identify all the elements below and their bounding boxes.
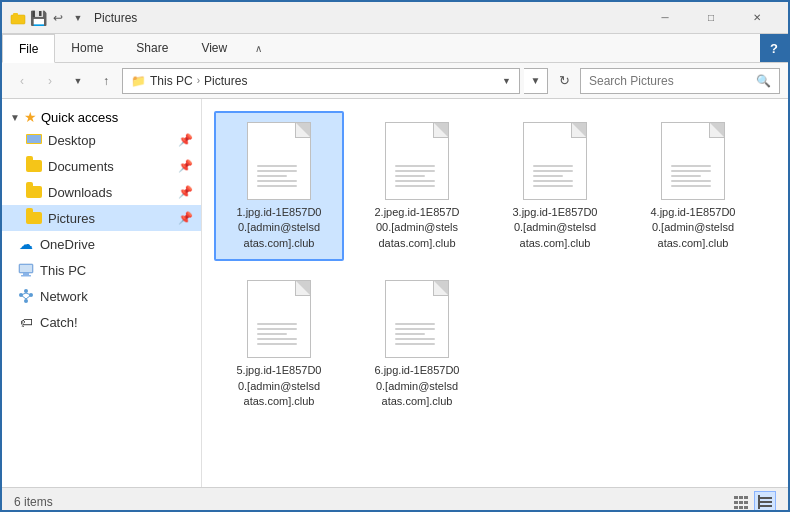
sidebar: ▼ ★ Quick access Desktop 📌 Documents 📌 [2,99,202,487]
sidebar-item-network[interactable]: Network [2,283,201,309]
svg-rect-2 [13,13,18,16]
file-page [661,122,725,200]
file-page [385,122,449,200]
dropdown-icon[interactable]: ▼ [70,10,86,26]
svg-rect-26 [758,497,772,499]
tab-view[interactable]: View [185,34,244,62]
file-item-6[interactable]: 6.jpg.id-1E857D0 0.[admin@stelsd atas.co… [352,269,482,419]
window-controls: ─ □ ✕ [642,2,780,34]
file-name-6: 6.jpg.id-1E857D0 0.[admin@stelsd atas.co… [374,363,459,409]
tab-file[interactable]: File [2,34,55,63]
sidebar-item-pictures[interactable]: Pictures 📌 [2,205,201,231]
svg-point-12 [24,289,28,293]
svg-point-9 [24,299,28,303]
ribbon-expand-button[interactable]: ∧ [244,34,272,62]
path-dropdown-arrow[interactable]: ▼ [502,76,511,86]
address-path[interactable]: 📁 This PC › Pictures ▼ [122,68,520,94]
up-button[interactable]: ↑ [94,69,118,93]
svg-rect-24 [739,506,743,509]
file-line [257,343,297,345]
search-icon: 🔍 [756,74,771,88]
file-line [395,185,435,187]
file-line [533,180,573,182]
file-item-1[interactable]: 1.jpg.id-1E857D0 0.[admin@stelsd atas.co… [214,111,344,261]
svg-line-15 [21,295,26,299]
file-icon-1 [243,121,315,201]
title-bar: 💾 ↩ ▼ Pictures ─ □ ✕ [2,2,788,34]
tab-share[interactable]: Share [120,34,185,62]
quick-access-header[interactable]: ▼ ★ Quick access [2,107,201,127]
documents-icon [26,158,42,174]
file-item-5[interactable]: 5.jpg.id-1E857D0 0.[admin@stelsd atas.co… [214,269,344,419]
file-line [395,180,435,182]
address-dropdown-button[interactable]: ▼ [524,68,548,94]
file-lines [395,323,439,353]
close-button[interactable]: ✕ [734,2,780,34]
main-layout: ▼ ★ Quick access Desktop 📌 Documents 📌 [2,99,788,487]
file-page [247,280,311,358]
file-lines [257,323,301,353]
file-icon-5 [243,279,315,359]
list-view-button[interactable] [730,491,752,513]
back-button[interactable]: ‹ [10,69,34,93]
quick-access-collapse-icon: ▼ [10,112,20,123]
sidebar-documents-label: Documents [48,159,114,174]
file-lines [257,165,301,195]
documents-pin-icon: 📌 [178,159,193,173]
search-box[interactable]: 🔍 [580,68,780,94]
file-line [671,185,711,187]
svg-rect-25 [744,506,748,509]
svg-rect-23 [734,506,738,509]
file-icon-4 [657,121,729,201]
file-item-4[interactable]: 4.jpg.id-1E857D0 0.[admin@stelsd atas.co… [628,111,758,261]
sidebar-onedrive-label: OneDrive [40,237,95,252]
sidebar-desktop-label: Desktop [48,133,96,148]
file-item-3[interactable]: 3.jpg.id-1E857D0 0.[admin@stelsd atas.co… [490,111,620,261]
svg-rect-20 [734,501,738,504]
search-input[interactable] [589,74,752,88]
downloads-pin-icon: 📌 [178,185,193,199]
svg-rect-17 [734,496,738,499]
tab-home[interactable]: Home [55,34,120,62]
file-icon-3 [519,121,591,201]
sidebar-item-onedrive[interactable]: ☁ OneDrive [2,231,201,257]
recent-locations-button[interactable]: ▼ [66,69,90,93]
sidebar-item-documents[interactable]: Documents 📌 [2,153,201,179]
file-page [385,280,449,358]
sidebar-item-catch[interactable]: 🏷 Catch! [2,309,201,335]
grid-view-button[interactable] [754,491,776,513]
file-line [395,333,425,335]
file-line [671,175,701,177]
file-name-4: 4.jpg.id-1E857D0 0.[admin@stelsd atas.co… [650,205,735,251]
pictures-icon [26,210,42,226]
address-bar: ‹ › ▼ ↑ 📁 This PC › Pictures ▼ ▼ ↻ 🔍 [2,63,788,99]
maximize-button[interactable]: □ [688,2,734,34]
minimize-button[interactable]: ─ [642,2,688,34]
file-line [257,180,297,182]
thispc-icon [18,262,34,278]
file-name-5: 5.jpg.id-1E857D0 0.[admin@stelsd atas.co… [236,363,321,409]
svg-rect-27 [758,501,772,503]
refresh-button[interactable]: ↻ [552,69,576,93]
file-line [671,180,711,182]
file-line [533,170,573,172]
window-title: Pictures [94,11,642,25]
svg-line-16 [26,295,31,299]
content-area: 1.jpg.id-1E857D0 0.[admin@stelsd atas.co… [202,99,788,487]
file-item-2[interactable]: 2.jpeg.id-1E857D 00.[admin@stels datas.c… [352,111,482,261]
svg-rect-4 [27,135,41,143]
downloads-icon [26,184,42,200]
ribbon-tabs: File Home Share View ∧ ? [2,34,788,62]
file-line [257,175,287,177]
help-button[interactable]: ? [760,34,788,62]
view-controls [730,491,776,513]
forward-button[interactable]: › [38,69,62,93]
sidebar-item-downloads[interactable]: Downloads 📌 [2,179,201,205]
file-line [395,170,435,172]
file-lines [533,165,577,195]
sidebar-item-desktop[interactable]: Desktop 📌 [2,127,201,153]
title-bar-icons: 💾 ↩ ▼ [10,10,86,26]
network-icon [18,288,34,304]
file-line [533,175,563,177]
sidebar-item-thispc[interactable]: This PC [2,257,201,283]
